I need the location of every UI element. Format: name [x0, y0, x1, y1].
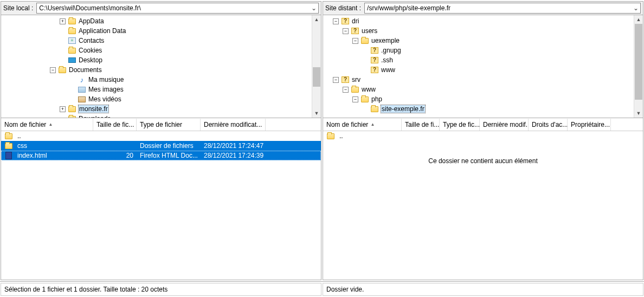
scroll-thumb[interactable] — [635, 24, 642, 100]
folder-icon — [4, 132, 13, 140]
remote-tree[interactable]: −?dri−?users−uexemple?.gnupg?.ssh?www−?s… — [323, 15, 634, 118]
tree-node-label: Documents — [69, 66, 102, 74]
local-path-input[interactable] — [37, 3, 310, 13]
sort-asc-icon: ▲ — [370, 122, 375, 127]
folder-icon — [68, 17, 76, 25]
list-row[interactable]: cssDossier de fichiers28/12/2021 17:24:4… — [1, 141, 321, 151]
tree-node[interactable]: Cookies — [1, 46, 312, 55]
collapse-icon[interactable]: − — [333, 77, 339, 83]
tree-spacer — [60, 28, 66, 34]
html-file-icon — [4, 151, 13, 160]
col-perm[interactable]: Droits d'ac... — [529, 119, 568, 131]
tree-node-label: .gnupg — [381, 47, 401, 54]
local-tree[interactable]: +AppDataApplication Data≡ContactsCookies… — [1, 15, 312, 118]
tree-node-label: Cookies — [79, 47, 102, 54]
local-file-list[interactable]: ..cssDossier de fichiers28/12/2021 17:24… — [1, 131, 321, 280]
scroll-down-icon[interactable]: ▼ — [312, 109, 321, 118]
cell-size: 20 — [93, 152, 137, 159]
tree-node[interactable]: +AppData — [1, 16, 312, 26]
scroll-down-icon[interactable]: ▼ — [634, 109, 643, 118]
collapse-icon[interactable]: − — [352, 38, 358, 44]
local-columns-header[interactable]: Nom de fichier ▲ Taille de fic... Type d… — [1, 118, 321, 131]
tree-node[interactable]: ?.ssh — [323, 55, 634, 65]
remote-address-bar: Site distant : ⌄ — [323, 2, 643, 15]
sort-asc-icon: ▲ — [48, 122, 53, 127]
tree-node[interactable]: ?.gnupg — [323, 46, 634, 55]
list-row[interactable]: .. — [323, 131, 643, 141]
tree-node-label: Contacts — [79, 37, 104, 44]
remote-tree-scrollbar[interactable]: ▲ ▼ — [634, 15, 643, 118]
tree-spacer — [60, 116, 66, 118]
collapse-icon[interactable]: − — [343, 87, 349, 93]
tree-node-label: Ma musique — [88, 76, 124, 83]
tree-node[interactable]: −uexemple — [323, 36, 634, 46]
tree-node[interactable]: −www — [323, 85, 634, 94]
col-size[interactable]: Taille de fic... — [93, 119, 137, 131]
remote-path-input[interactable] — [365, 3, 632, 13]
tree-node[interactable]: ♪Ma musique — [1, 75, 312, 85]
tree-node[interactable]: ?www — [323, 65, 634, 75]
tree-node[interactable]: −php — [323, 94, 634, 104]
tree-node[interactable]: −?users — [323, 26, 634, 36]
cell-type: Firefox HTML Doc... — [137, 152, 201, 159]
tree-node[interactable]: −?dri — [323, 16, 634, 26]
local-address-bar: Site local : ⌄ — [1, 2, 321, 15]
remote-path-combo[interactable]: ⌄ — [364, 3, 641, 14]
folder-icon — [68, 114, 76, 118]
scroll-up-icon[interactable]: ▲ — [312, 15, 321, 24]
col-owner[interactable]: Propriétaire... — [568, 119, 611, 131]
desktop-icon — [68, 56, 76, 64]
tree-node-label: Application Data — [79, 27, 126, 35]
remote-status: Dossier vide. — [323, 283, 643, 296]
scroll-up-icon[interactable]: ▲ — [634, 15, 643, 24]
local-pane: Site local : ⌄ +AppDataApplication Data≡… — [1, 1, 321, 280]
tree-node[interactable]: ≡Contacts — [1, 36, 312, 46]
tree-spacer — [60, 48, 66, 54]
chevron-down-icon[interactable]: ⌄ — [310, 4, 318, 12]
tree-node-label: Downloads — [79, 115, 111, 118]
tree-spacer — [69, 96, 75, 102]
list-row[interactable]: .. — [1, 131, 321, 141]
remote-label: Site distant : — [325, 4, 361, 12]
tree-node[interactable]: site-exemple.fr — [323, 104, 634, 114]
unknown-folder-icon: ? — [351, 27, 359, 35]
tree-node[interactable]: Mes images — [1, 85, 312, 94]
expand-icon[interactable]: + — [60, 18, 66, 24]
expand-icon[interactable]: + — [60, 106, 66, 112]
col-type[interactable]: Type de fic... — [440, 119, 480, 131]
tree-node-label: Mes images — [88, 86, 124, 93]
collapse-icon[interactable]: − — [50, 67, 56, 73]
tree-node-label: site-exemple.fr — [381, 105, 425, 113]
chevron-down-icon[interactable]: ⌄ — [632, 4, 640, 12]
tree-node[interactable]: −?srv — [323, 75, 634, 85]
cell-type: Dossier de fichiers — [137, 142, 201, 150]
col-date[interactable]: Dernière modificat... — [201, 119, 266, 131]
collapse-icon[interactable]: − — [333, 18, 339, 24]
tree-node[interactable]: −Documents — [1, 65, 312, 75]
col-size[interactable]: Taille de fi... — [402, 119, 440, 131]
remote-file-list[interactable]: ..Ce dossier ne contient aucun élément — [323, 131, 643, 280]
col-date[interactable]: Dernière modif... — [480, 119, 529, 131]
cell-name: index.html — [1, 151, 93, 160]
col-name[interactable]: Nom de fichier ▲ — [1, 119, 93, 131]
tree-node-label: AppData — [79, 17, 104, 25]
scroll-thumb[interactable] — [313, 67, 320, 87]
cell-date: 28/12/2021 17:24:39 — [201, 152, 266, 159]
remote-columns-header[interactable]: Nom de fichier ▲ Taille de fi... Type de… — [323, 118, 643, 131]
tree-node[interactable]: Mes vidéos — [1, 94, 312, 104]
tree-node-label: www — [362, 86, 376, 93]
tree-spacer — [362, 57, 368, 63]
tree-spacer — [69, 77, 75, 83]
tree-node[interactable]: +monsite.fr — [1, 104, 312, 114]
tree-node[interactable]: Downloads — [1, 114, 312, 118]
collapse-icon[interactable]: − — [343, 28, 349, 34]
tree-node[interactable]: Application Data — [1, 26, 312, 36]
col-name[interactable]: Nom de fichier ▲ — [323, 119, 402, 131]
local-path-combo[interactable]: ⌄ — [36, 3, 319, 14]
collapse-icon[interactable]: − — [352, 96, 358, 102]
list-row[interactable]: index.html20Firefox HTML Doc...28/12/202… — [1, 151, 321, 160]
folder-icon — [351, 85, 359, 94]
col-type[interactable]: Type de fichier — [137, 119, 201, 131]
tree-node[interactable]: Desktop — [1, 55, 312, 65]
local-tree-scrollbar[interactable]: ▲ ▼ — [312, 15, 321, 118]
